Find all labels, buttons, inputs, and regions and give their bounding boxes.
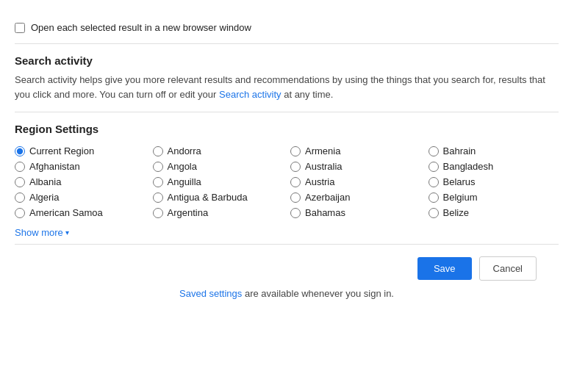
region-label-armenia: Armenia [305, 145, 340, 156]
region-radio-armenia[interactable] [290, 146, 301, 156]
show-more-link[interactable]: Show more ▾ [15, 227, 559, 238]
region-option-bangladesh[interactable]: Bangladesh [429, 161, 559, 172]
search-activity-desc: Search activity helps give you more rele… [15, 73, 559, 101]
region-option-algeria[interactable]: Algeria [15, 192, 146, 203]
region-radio-belgium[interactable] [429, 192, 439, 203]
region-grid: Current Region Andorra Armenia Bahrain A… [15, 145, 559, 218]
region-label-american-samoa: American Samoa [29, 207, 103, 218]
region-radio-belarus[interactable] [429, 177, 439, 187]
region-label-austria: Austria [305, 176, 334, 187]
region-label-bangladesh: Bangladesh [443, 161, 494, 172]
region-radio-algeria[interactable] [15, 192, 25, 203]
region-option-angola[interactable]: Angola [153, 161, 284, 172]
region-radio-australia[interactable] [290, 162, 301, 172]
region-radio-afghanistan[interactable] [15, 162, 25, 172]
saved-settings-link[interactable]: Saved settings [179, 288, 242, 299]
region-label-belgium: Belgium [443, 192, 478, 203]
region-label-argentina: Argentina [168, 207, 209, 218]
region-option-bahrain[interactable]: Bahrain [429, 145, 559, 156]
region-label-australia: Australia [305, 161, 343, 172]
region-settings-title: Region Settings [15, 123, 559, 135]
region-label-afghanistan: Afghanistan [29, 161, 80, 172]
region-label-current-region: Current Region [29, 145, 94, 156]
show-more-arrow-icon: ▾ [65, 228, 69, 237]
region-radio-belize[interactable] [429, 208, 439, 218]
search-activity-title: Search activity [15, 54, 559, 67]
region-settings-section: Region Settings Current Region Andorra A… [15, 112, 559, 245]
open-in-new-window-label[interactable]: Open each selected result in a new brows… [15, 22, 559, 33]
region-option-antigua-barbuda[interactable]: Antigua & Barbuda [153, 192, 284, 203]
region-radio-current-region[interactable] [15, 146, 25, 156]
region-label-andorra: Andorra [168, 145, 201, 156]
region-option-current-region[interactable]: Current Region [15, 145, 146, 156]
search-activity-desc-end: at any time. [284, 89, 333, 100]
region-option-armenia[interactable]: Armenia [290, 145, 421, 156]
region-option-andorra[interactable]: Andorra [153, 145, 284, 156]
region-radio-antigua-barbuda[interactable] [153, 192, 163, 203]
region-option-azerbaijan[interactable]: Azerbaijan [290, 192, 421, 203]
region-radio-argentina[interactable] [153, 208, 163, 218]
region-radio-bangladesh[interactable] [429, 162, 439, 172]
cancel-button[interactable]: Cancel [479, 256, 537, 281]
show-more-container: Show more ▾ [15, 227, 559, 238]
region-option-argentina[interactable]: Argentina [153, 207, 284, 218]
open-in-new-window-checkbox[interactable] [15, 23, 25, 33]
save-button[interactable]: Save [417, 257, 472, 280]
region-option-austria[interactable]: Austria [290, 176, 421, 187]
region-option-american-samoa[interactable]: American Samoa [15, 207, 146, 218]
region-label-antigua-barbuda: Antigua & Barbuda [168, 192, 248, 203]
region-option-albania[interactable]: Albania [15, 176, 146, 187]
region-option-belarus[interactable]: Belarus [429, 176, 559, 187]
region-radio-albania[interactable] [15, 177, 25, 187]
region-option-belize[interactable]: Belize [429, 207, 559, 218]
actions-row: Save Cancel [417, 256, 537, 281]
region-label-belize: Belize [443, 207, 469, 218]
region-label-angola: Angola [168, 161, 197, 172]
region-label-anguilla: Anguilla [168, 176, 201, 187]
saved-settings-note: Saved settings are available whenever yo… [179, 288, 394, 299]
region-option-australia[interactable]: Australia [290, 161, 421, 172]
region-label-algeria: Algeria [29, 192, 59, 203]
region-option-afghanistan[interactable]: Afghanistan [15, 161, 146, 172]
open-in-new-window-text: Open each selected result in a new brows… [31, 22, 251, 33]
region-label-azerbaijan: Azerbaijan [305, 192, 350, 203]
region-label-albania: Albania [29, 176, 61, 187]
region-radio-american-samoa[interactable] [15, 208, 25, 218]
open-in-new-window-section: Open each selected result in a new brows… [15, 12, 559, 44]
region-radio-bahrain[interactable] [429, 146, 439, 156]
region-label-belarus: Belarus [443, 176, 476, 187]
search-activity-link[interactable]: Search activity [219, 89, 282, 100]
page-container: Open each selected result in a new brows… [0, 0, 573, 323]
region-option-belgium[interactable]: Belgium [429, 192, 559, 203]
region-radio-azerbaijan[interactable] [290, 192, 301, 203]
saved-settings-suffix: are available whenever you sign in. [245, 288, 394, 299]
region-radio-austria[interactable] [290, 177, 301, 187]
region-radio-angola[interactable] [153, 162, 163, 172]
region-label-bahamas: Bahamas [305, 207, 345, 218]
search-activity-section: Search activity Search activity helps gi… [15, 44, 559, 112]
actions-section: Save Cancel Saved settings are available… [15, 245, 559, 311]
region-radio-bahamas[interactable] [290, 208, 301, 218]
show-more-text: Show more [15, 227, 63, 238]
region-option-bahamas[interactable]: Bahamas [290, 207, 421, 218]
region-label-bahrain: Bahrain [443, 145, 476, 156]
region-radio-andorra[interactable] [153, 146, 163, 156]
region-radio-anguilla[interactable] [153, 177, 163, 187]
region-option-anguilla[interactable]: Anguilla [153, 176, 284, 187]
